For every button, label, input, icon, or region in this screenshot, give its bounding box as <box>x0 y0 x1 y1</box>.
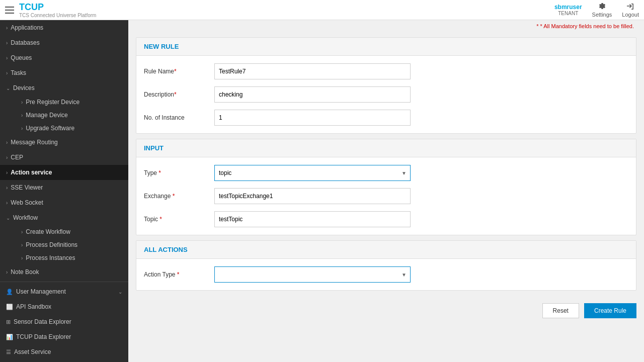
topic-row: Topic * <box>144 211 628 227</box>
sidebar-item-sse-viewer[interactable]: › SSE Viewer <box>0 180 128 195</box>
sidebar-divider <box>0 282 128 282</box>
all-actions-body: Action Type * ▼ <box>136 259 636 290</box>
input-header: INPUT <box>136 139 636 157</box>
action-type-select-wrapper: ▼ <box>214 266 411 283</box>
box-icon: ⬜ <box>6 304 13 310</box>
no-of-instance-input[interactable] <box>214 110 411 126</box>
chevron-right-icon: › <box>6 170 8 175</box>
input-body: Type * topic direct fanout ▼ Exchange * <box>136 157 636 235</box>
type-row: Type * topic direct fanout ▼ <box>144 165 628 181</box>
sidebar-item-sensor-data-explorer[interactable]: ⊞ Sensor Data Explorer <box>0 314 128 329</box>
chevron-right-icon: › <box>21 113 23 118</box>
sidebar-item-manage-device[interactable]: › Manage Device <box>15 109 128 122</box>
sidebar-item-notebook[interactable]: › Note Book <box>0 264 128 280</box>
hamburger-menu[interactable] <box>5 7 14 14</box>
sidebar-item-cep[interactable]: › CEP <box>0 150 128 165</box>
sidebar-item-action-service[interactable]: › Action service <box>0 165 128 180</box>
action-type-select[interactable] <box>214 266 411 283</box>
sidebar-item-create-workflow[interactable]: › Create Workflow <box>15 225 128 238</box>
header-left: TCUP TCS Connected Universe Platform <box>5 2 96 18</box>
logo: TCUP TCS Connected Universe Platform <box>19 2 96 18</box>
sidebar-item-upgrade-software[interactable]: › Upgrade Software <box>15 122 128 135</box>
new-rule-section: NEW RULE Rule Name* Description* No. of … <box>136 37 636 134</box>
chevron-down-icon: ⌄ <box>118 289 122 295</box>
chevron-right-icon: › <box>6 140 8 145</box>
type-select[interactable]: topic direct fanout <box>214 165 411 181</box>
sidebar-item-tcup-data-explorer[interactable]: 📊 TCUP Data Explorer <box>0 329 128 344</box>
create-rule-button[interactable]: Create Rule <box>584 303 636 318</box>
sidebar-item-user-management[interactable]: 👤 User Management ⌄ <box>0 284 128 299</box>
exchange-label: Exchange * <box>144 193 214 200</box>
sidebar-item-asset-service[interactable]: ☰ Asset Service <box>0 344 128 359</box>
new-rule-body: Rule Name* Description* No. of Instance <box>136 56 636 133</box>
sidebar-item-devices[interactable]: ⌄ Devices <box>0 80 128 96</box>
chevron-right-icon: › <box>21 255 23 261</box>
user-info: sbmruser TENANT <box>554 4 582 16</box>
sidebar-item-queues[interactable]: › Queues <box>0 50 128 65</box>
bar-chart-icon: 📊 <box>6 334 13 340</box>
chevron-right-icon: › <box>21 242 23 248</box>
topic-input[interactable] <box>214 211 411 227</box>
chevron-down-icon: ⌄ <box>6 85 10 91</box>
layout: › Applications › Databases › Queues › Ta… <box>0 20 644 362</box>
app-title: TCUP <box>19 2 96 13</box>
sidebar-item-process-instances[interactable]: › Process Instances <box>15 251 128 264</box>
person-icon: 👤 <box>6 289 13 295</box>
header-right: sbmruser TENANT Settings Logout <box>554 3 639 18</box>
sidebar-item-data-lake[interactable]: 🗄 Data Lake <box>0 359 128 362</box>
chevron-right-icon: › <box>21 126 23 131</box>
tenant: TENANT <box>554 11 582 16</box>
chevron-right-icon: › <box>6 155 8 160</box>
username: sbmruser <box>554 4 582 11</box>
logout-label: Logout <box>622 12 639 18</box>
header: TCUP TCS Connected Universe Platform sbm… <box>0 0 644 20</box>
chevron-right-icon: › <box>6 200 8 206</box>
form-actions: Reset Create Rule <box>128 296 644 326</box>
exchange-row: Exchange * <box>144 188 628 204</box>
logout-button[interactable]: Logout <box>622 3 639 18</box>
chevron-right-icon: › <box>6 55 8 61</box>
all-actions-section: ALL ACTIONS Action Type * ▼ <box>136 240 636 291</box>
description-row: Description* <box>144 86 628 103</box>
sidebar-item-message-routing[interactable]: › Message Routing <box>0 135 128 150</box>
chevron-right-icon: › <box>6 40 8 46</box>
sidebar-item-databases[interactable]: › Databases <box>0 35 128 50</box>
input-section: INPUT Type * topic direct fanout ▼ <box>136 139 636 235</box>
chevron-right-icon: › <box>6 25 8 31</box>
chevron-right-icon: › <box>6 185 8 191</box>
sidebar-item-applications[interactable]: › Applications <box>0 20 128 35</box>
list-icon: ☰ <box>6 349 11 355</box>
type-label: Type * <box>144 169 214 176</box>
exchange-input[interactable] <box>214 188 411 204</box>
chevron-down-icon: ⌄ <box>6 215 10 221</box>
sidebar-item-workflow[interactable]: ⌄ Workflow <box>0 210 128 225</box>
sidebar-item-web-socket[interactable]: › Web Socket <box>0 195 128 210</box>
grid-icon: ⊞ <box>6 319 11 325</box>
no-of-instance-row: No. of Instance <box>144 110 628 126</box>
rule-name-input[interactable] <box>214 63 411 79</box>
type-select-wrapper: topic direct fanout ▼ <box>214 165 411 181</box>
sidebar-workflow-sub: › Create Workflow › Process Definitions … <box>0 225 128 264</box>
chevron-right-icon: › <box>21 100 23 105</box>
main-content: * * All Mandatory fields need to be fill… <box>128 20 644 362</box>
chevron-right-icon: › <box>21 229 23 235</box>
sidebar-item-process-definitions[interactable]: › Process Definitions <box>15 238 128 251</box>
settings-label: Settings <box>592 12 612 18</box>
topic-label: Topic * <box>144 216 214 223</box>
description-input[interactable] <box>214 86 411 103</box>
rule-name-label: Rule Name* <box>144 68 214 75</box>
sidebar-item-api-sandbox[interactable]: ⬜ API Sandbox <box>0 299 128 314</box>
sidebar-devices-sub: › Pre Register Device › Manage Device › … <box>0 96 128 135</box>
settings-button[interactable]: Settings <box>592 3 612 18</box>
sidebar-item-pre-register-device[interactable]: › Pre Register Device <box>15 96 128 109</box>
app-subtitle: TCS Connected Universe Platform <box>19 13 96 18</box>
no-of-instance-label: No. of Instance <box>144 114 214 121</box>
sidebar-item-tasks[interactable]: › Tasks <box>0 65 128 80</box>
chevron-right-icon: › <box>6 70 8 76</box>
action-type-label: Action Type * <box>144 271 214 278</box>
chevron-right-icon: › <box>6 269 8 275</box>
new-rule-header: NEW RULE <box>136 38 636 56</box>
description-label: Description* <box>144 91 214 98</box>
mandatory-note: * * All Mandatory fields need to be fill… <box>128 20 644 32</box>
reset-button[interactable]: Reset <box>542 303 579 318</box>
